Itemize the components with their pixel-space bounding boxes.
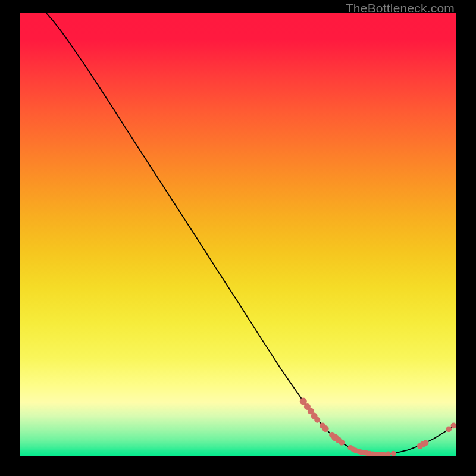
scatter-layer — [20, 13, 456, 456]
scatter-point — [335, 437, 342, 443]
scatter-point — [372, 452, 378, 456]
scatter-point — [362, 450, 367, 455]
scatter-point — [364, 450, 369, 456]
scatter-point — [370, 452, 375, 456]
scatter-point — [339, 440, 345, 446]
bottleneck-curve — [46, 13, 453, 455]
scatter-point — [300, 397, 307, 405]
scatter-point — [304, 403, 311, 410]
scatter-point — [314, 417, 320, 423]
scatter-point — [322, 425, 329, 432]
scatter-point — [347, 445, 353, 450]
scatter-point — [422, 440, 428, 446]
scatter-point — [375, 452, 380, 456]
scatter-point — [381, 452, 386, 456]
scatter-point — [356, 449, 361, 454]
scatter-point — [359, 450, 364, 455]
scatter-point — [378, 452, 384, 456]
scatter-point — [320, 422, 325, 428]
scatter-point — [329, 432, 335, 438]
scatter-point — [391, 451, 396, 456]
highlighted-points — [300, 397, 456, 456]
plot-area — [20, 13, 456, 456]
scatter-point — [451, 423, 456, 429]
scatter-point — [311, 413, 318, 419]
scatter-point — [420, 441, 427, 447]
scatter-point — [331, 434, 339, 441]
scatter-point — [308, 408, 314, 414]
scatter-point — [353, 448, 358, 453]
scatter-point — [417, 443, 423, 449]
scatter-point — [386, 452, 391, 456]
chart-stage: TheBottleneck.com — [0, 0, 476, 476]
scatter-point — [446, 427, 452, 433]
scatter-point — [350, 446, 356, 452]
scatter-point — [367, 451, 372, 456]
watermark-text: TheBottleneck.com — [346, 1, 455, 15]
curve-layer — [20, 13, 456, 456]
